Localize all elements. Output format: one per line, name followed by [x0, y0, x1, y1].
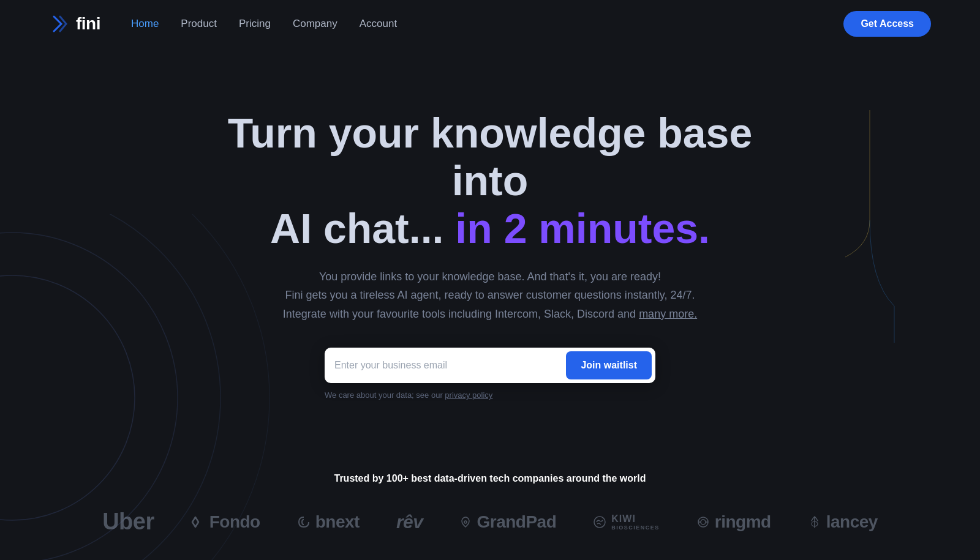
svg-point-5 — [594, 517, 605, 528]
lancey-icon — [808, 515, 821, 529]
nav-item-product[interactable]: Product — [181, 18, 217, 30]
ringmd-icon — [696, 515, 710, 529]
ringmd-text: ringmd — [715, 512, 771, 532]
trusted-title: Trusted by 100+ best data-driven tech co… — [49, 473, 931, 484]
logo-text: fini — [76, 14, 100, 34]
nav-item-account[interactable]: Account — [360, 18, 397, 30]
join-waitlist-button[interactable]: Join waitlist — [566, 351, 652, 379]
bnext-icon — [297, 516, 311, 528]
fondo-text: Fondo — [209, 512, 260, 532]
grandpad-icon — [459, 516, 472, 528]
many-more-link[interactable]: many more. — [639, 308, 697, 320]
logo-fondo: Fondo — [191, 512, 260, 532]
logo-grandpad: GrandPad — [459, 512, 556, 532]
kiwi-icon — [593, 515, 606, 529]
bnext-text: bnext — [315, 512, 360, 532]
uber-text: Uber — [102, 509, 154, 535]
subtitle-line3: Integrate with your favourite tools incl… — [283, 308, 639, 320]
headline-part1: Turn your knowledge base into — [228, 110, 752, 204]
navbar: fini Home Product Pricing Company Accoun… — [0, 0, 980, 48]
logo-rev: rêv — [396, 512, 423, 532]
logo-uber: Uber — [102, 509, 154, 535]
subtitle-line1: You provide links to your knowledge base… — [319, 271, 661, 283]
privacy-text: We care about your data; see our — [325, 390, 445, 400]
grandpad-text: GrandPad — [477, 512, 556, 532]
svg-point-7 — [701, 520, 706, 525]
subtitle-line2: Fini gets you a tireless AI agent, ready… — [285, 289, 695, 301]
nav-item-home[interactable]: Home — [131, 18, 159, 30]
kiwi-text-top: KIWI — [611, 513, 636, 525]
fondo-icon — [191, 516, 205, 528]
logo-icon — [49, 13, 71, 35]
nav-link-home[interactable]: Home — [131, 18, 159, 29]
nav-link-product[interactable]: Product — [181, 18, 217, 29]
nav-links: Home Product Pricing Company Account — [131, 18, 397, 30]
rev-text: rêv — [396, 512, 423, 532]
hero-section: Turn your knowledge base into AI chat...… — [0, 48, 980, 436]
hero-headline: Turn your knowledge base into AI chat...… — [214, 109, 766, 253]
nav-item-pricing[interactable]: Pricing — [239, 18, 271, 30]
privacy-link[interactable]: privacy policy — [445, 390, 492, 400]
nav-item-company[interactable]: Company — [293, 18, 337, 30]
nav-left: fini Home Product Pricing Company Accoun… — [49, 13, 397, 35]
email-input[interactable] — [334, 354, 566, 377]
lancey-text: lancey — [826, 512, 878, 532]
email-form: Join waitlist — [325, 348, 655, 383]
logos-row: Uber Fondo bnext rêv GrandPad — [49, 509, 931, 535]
logo-bnext: bnext — [297, 512, 360, 532]
nav-link-account[interactable]: Account — [360, 18, 397, 29]
logo-ringmd: ringmd — [696, 512, 771, 532]
logo[interactable]: fini — [49, 13, 100, 35]
logo-lancey: lancey — [808, 512, 878, 532]
trusted-section: Trusted by 100+ best data-driven tech co… — [0, 436, 980, 559]
logo-kiwi: KIWI BIOSCIENCES — [593, 513, 660, 531]
nav-link-pricing[interactable]: Pricing — [239, 18, 271, 29]
privacy-note: We care about your data; see our privacy… — [325, 390, 655, 400]
kiwi-text-block: KIWI BIOSCIENCES — [611, 513, 660, 531]
kiwi-text-bottom: BIOSCIENCES — [611, 525, 660, 531]
headline-part2: AI chat... — [270, 205, 455, 252]
nav-link-company[interactable]: Company — [293, 18, 337, 29]
hero-subtitle: You provide links to your knowledge base… — [282, 267, 698, 324]
headline-highlight: in 2 minutes. — [455, 205, 710, 252]
get-access-button[interactable]: Get Access — [843, 11, 931, 37]
